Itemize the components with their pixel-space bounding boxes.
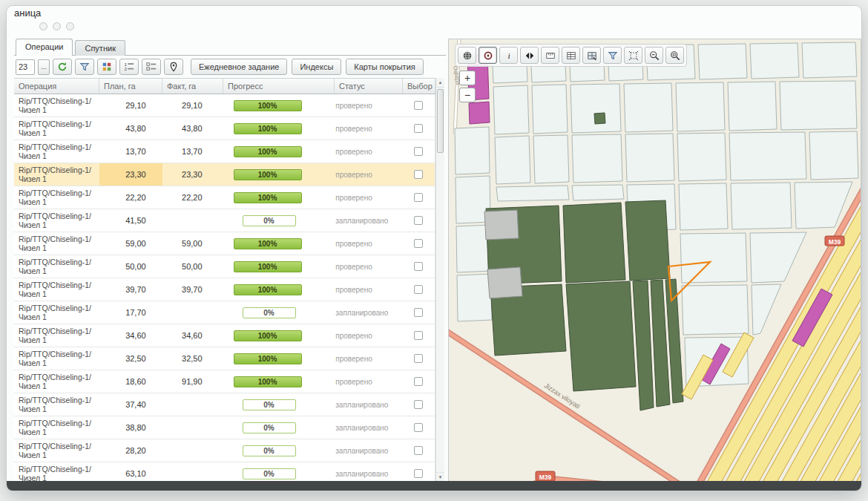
- table-row[interactable]: Rip/TTQ/Chiseling-1/Чизел 1 18,60 91,90 …: [14, 370, 435, 393]
- field-light[interactable]: [493, 85, 529, 134]
- table-row[interactable]: Rip/TTQ/Chiseling-1/Чизел 1 32,50 32,50 …: [14, 347, 435, 370]
- column-header-fact[interactable]: Факт, га: [162, 79, 223, 94]
- numbered-list-button[interactable]: 12: [119, 59, 139, 75]
- row-checkbox[interactable]: [414, 308, 423, 317]
- scrollbar-thumb[interactable]: [437, 89, 444, 153]
- field-light[interactable]: [682, 285, 749, 335]
- row-checkbox[interactable]: [414, 285, 423, 294]
- lookup-button[interactable]: ...: [38, 59, 50, 75]
- field-light[interactable]: [571, 84, 621, 133]
- field-light[interactable]: [495, 136, 530, 184]
- field-light[interactable]: [533, 135, 569, 183]
- row-checkbox[interactable]: [414, 377, 423, 386]
- field-light[interactable]: [572, 185, 624, 200]
- field-light[interactable]: [676, 82, 725, 131]
- field-light[interactable]: [496, 186, 569, 201]
- table-row[interactable]: Rip/TTQ/Chiseling-1/Чизел 1 39,70 39,70 …: [14, 278, 435, 301]
- row-checkbox[interactable]: [414, 262, 423, 271]
- row-checkbox[interactable]: [414, 147, 423, 156]
- field-magenta[interactable]: [469, 102, 490, 124]
- zoom-box-magnifier-button[interactable]: [665, 47, 684, 64]
- field-light[interactable]: [679, 183, 728, 230]
- column-header-operation[interactable]: Операция: [14, 79, 99, 94]
- zoom-out-magnifier-button[interactable]: [645, 47, 663, 64]
- checklist-button[interactable]: [142, 59, 161, 75]
- coverage-grid-button[interactable]: [582, 47, 601, 64]
- field-green[interactable]: [594, 113, 605, 124]
- table-scrollbar[interactable]: ▲ ▼: [435, 78, 444, 482]
- table-row[interactable]: Rip/TTQ/Chiseling-1/Чизел 1 43,80 43,80 …: [14, 117, 435, 140]
- column-header-progress[interactable]: Прогресс: [223, 79, 335, 94]
- field-light[interactable]: [750, 43, 799, 79]
- select-circle-button[interactable]: [479, 47, 497, 64]
- field-light[interactable]: [457, 274, 492, 321]
- row-checkbox[interactable]: [414, 101, 423, 110]
- refresh-button[interactable]: [53, 59, 72, 75]
- row-checkbox[interactable]: [414, 216, 423, 225]
- field-light[interactable]: [728, 82, 777, 131]
- field-light[interactable]: [677, 133, 726, 181]
- daily-task-button[interactable]: Ежедневное задание: [191, 59, 287, 75]
- arrows-horizontal-button[interactable]: [520, 47, 539, 64]
- table-row[interactable]: Rip/TTQ/Chiseling-1/Чизел 1 50,00 50,00 …: [14, 255, 435, 278]
- field-light[interactable]: [802, 42, 857, 78]
- measure-button[interactable]: [541, 47, 559, 64]
- table-row[interactable]: Rip/TTQ/Chiseling-1/Чизел 1 28,20 0% зап…: [14, 439, 435, 462]
- location-pin-button[interactable]: [164, 59, 183, 75]
- row-checkbox[interactable]: [414, 469, 423, 478]
- window-control-circle[interactable]: [53, 22, 61, 30]
- row-checkbox[interactable]: [414, 331, 423, 340]
- window-control-circle[interactable]: [39, 22, 47, 30]
- row-checkbox[interactable]: [414, 446, 423, 455]
- field-light[interactable]: [731, 183, 792, 229]
- table-row[interactable]: Rip/TTQ/Chiseling-1/Чизел 1 13,70 13,70 …: [14, 140, 435, 163]
- indexes-button[interactable]: Индексы: [292, 59, 341, 75]
- field-light[interactable]: [532, 85, 568, 134]
- field-gray[interactable]: [484, 210, 519, 240]
- filter-funnel-button[interactable]: [603, 47, 622, 64]
- field-light[interactable]: [809, 131, 858, 180]
- column-header-plan[interactable]: План, га: [99, 79, 162, 94]
- legend-table-button[interactable]: [562, 47, 580, 64]
- field-light[interactable]: [625, 134, 674, 182]
- column-header-select[interactable]: Выбор: [403, 79, 435, 94]
- zoom-in-button[interactable]: +: [459, 71, 476, 85]
- field-light[interactable]: [698, 44, 747, 79]
- field-gray[interactable]: [487, 267, 522, 298]
- table-row[interactable]: Rip/TTQ/Chiseling-1/Чизел 1 22,20 22,20 …: [14, 186, 435, 209]
- field-light[interactable]: [680, 233, 747, 283]
- info-button[interactable]: i: [499, 47, 518, 64]
- table-row[interactable]: Rip/TTQ/Chiseling-1/Чизел 1 23,30 23,30 …: [14, 163, 435, 186]
- field-green[interactable]: [563, 203, 625, 283]
- table-row[interactable]: Rip/TTQ/Chiseling-1/Чизел 1 17,70 0% зап…: [14, 301, 435, 324]
- column-header-status[interactable]: Статус: [335, 79, 403, 94]
- zoom-out-button[interactable]: −: [459, 88, 476, 102]
- row-checkbox[interactable]: [414, 423, 423, 432]
- row-checkbox[interactable]: [414, 170, 423, 179]
- globe-button[interactable]: [458, 47, 476, 64]
- field-green[interactable]: [566, 281, 636, 391]
- filter-funnel-button[interactable]: [75, 59, 94, 75]
- table-row[interactable]: Rip/TTQ/Chiseling-1/Чизел 1 29,10 29,10 …: [14, 94, 435, 117]
- map-canvas[interactable]: Jizzax viloyatiOqtepaM39M39: [449, 39, 861, 482]
- field-light[interactable]: [572, 134, 622, 183]
- zoom-extent-button[interactable]: [624, 47, 642, 64]
- row-checkbox[interactable]: [414, 354, 423, 363]
- table-row[interactable]: Rip/TTQ/Chiseling-1/Чизел 1 63,10 0% зап…: [14, 462, 435, 481]
- window-control-circle[interactable]: [66, 22, 74, 30]
- coverage-maps-button[interactable]: Карты покрытия: [346, 59, 423, 75]
- table-row[interactable]: Rip/TTQ/Chiseling-1/Чизел 1 38,80 0% зап…: [14, 416, 435, 439]
- tab-satellite[interactable]: Спутник: [75, 40, 125, 56]
- table-row[interactable]: Rip/TTQ/Chiseling-1/Чизел 1 34,60 34,60 …: [14, 324, 435, 347]
- map-legend-button[interactable]: [97, 59, 116, 75]
- field-light[interactable]: [624, 83, 673, 132]
- field-light[interactable]: [729, 132, 806, 180]
- field-green[interactable]: [625, 200, 670, 281]
- row-checkbox[interactable]: [414, 400, 423, 409]
- table-row[interactable]: Rip/TTQ/Chiseling-1/Чизел 1 37,40 0% зап…: [14, 393, 435, 416]
- table-row[interactable]: Rip/TTQ/Chiseling-1/Чизел 1 59,00 59,00 …: [14, 232, 435, 255]
- field-light[interactable]: [455, 127, 490, 174]
- field-light[interactable]: [780, 81, 857, 130]
- operation-code-input[interactable]: [16, 59, 35, 75]
- scroll-up-icon[interactable]: ▲: [436, 78, 444, 88]
